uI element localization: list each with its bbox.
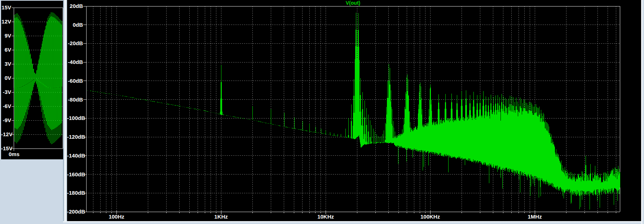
x-tick-label: 10KHz [311, 214, 340, 220]
y-tick-label: -160dB [67, 172, 83, 177]
y-tick-label: 12V [1, 19, 11, 25]
y-tick-label: 3V [1, 61, 11, 67]
y-tick-label: 15V [1, 5, 11, 10]
x-tick-label: 100KHz [416, 214, 445, 220]
time-domain-pane[interactable]: 15V12V9V6V3V0V-3V-6V-9V-12V-15V 0ms [1, 1, 63, 159]
y-tick-label: -6V [1, 103, 11, 109]
y-tick-label: -9V [1, 117, 11, 123]
window-bottom-edge [63, 221, 641, 224]
y-tick-label: -12V [1, 132, 11, 137]
y-tick-label: 6V [1, 47, 11, 53]
y-tick-label: -100dB [67, 115, 83, 121]
y-tick-label: -20dB [67, 40, 83, 46]
ltspice-waveform-window: { "window": { "background": "#ccd9e6", "… [0, 0, 644, 224]
y-tick-label: -40dB [67, 59, 83, 65]
y-tick-label: -3V [1, 89, 11, 95]
y-tick-label: -60dB [67, 78, 83, 84]
x-tick-label: 1KHz [207, 214, 235, 220]
fft-pane[interactable]: V(out) 20dB0dB-20dB-40dB-60dB-80dB-100dB… [67, 0, 641, 221]
y-tick-label: 20dB [67, 3, 83, 9]
y-tick-label: -120dB [67, 134, 83, 140]
y-tick-label: 9V [1, 33, 11, 39]
y-tick-label: -15V [1, 146, 11, 151]
time-domain-trace [14, 12, 62, 144]
y-tick-label: -80dB [67, 97, 83, 103]
x-tick-label: 1MHz [520, 214, 549, 220]
time-axis-start-label: 0ms [7, 151, 21, 157]
y-tick-label: -180dB [67, 190, 83, 196]
window-right-edge [641, 0, 644, 224]
fft-plot[interactable] [67, 0, 641, 221]
pane-splitter[interactable] [63, 0, 67, 224]
y-tick-label: -140dB [67, 153, 83, 159]
x-tick-label: 100Hz [102, 214, 131, 220]
y-tick-label: 0dB [67, 22, 83, 28]
y-tick-label: 0V [1, 75, 11, 81]
y-tick-label: -200dB [67, 209, 83, 215]
